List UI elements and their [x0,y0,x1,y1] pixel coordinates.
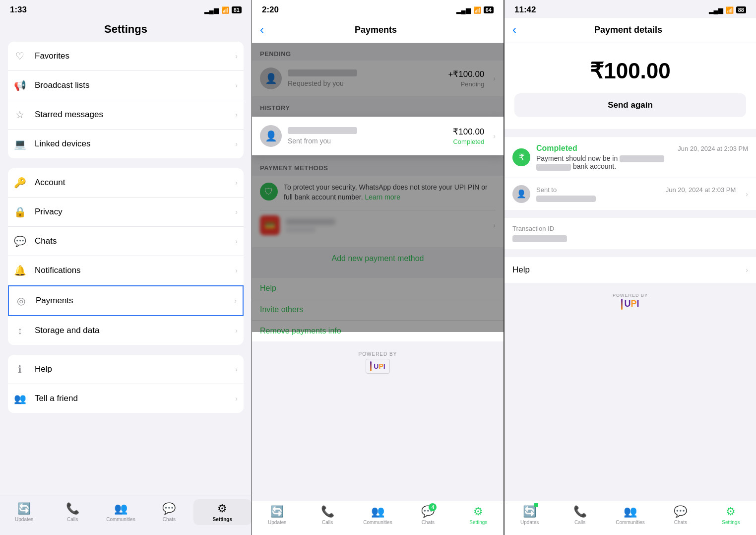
upi-footer-3: POWERED BY UPI [504,283,756,317]
settings-header: Settings [0,18,252,42]
pm-method-icon: 💳 [260,215,280,235]
status-card: ₹ Completed Jun 20, 2024 at 2:03 PM Paym… [504,137,756,210]
nav-calls[interactable]: 📞 Calls [48,502,96,522]
settings-item-favorites[interactable]: ♡ Favorites › [8,42,244,71]
calls-icon: 📞 [66,502,79,515]
settings-item-linked[interactable]: 💻 Linked devices › [8,130,244,158]
nav-settings-2[interactable]: ⚙ Settings [453,505,504,525]
settings-item-privacy[interactable]: 🔒 Privacy › [8,198,244,227]
wifi-icon: 📶 [221,6,229,14]
history-amount: ₹100.00 Completed [453,127,484,145]
settings-item-chats[interactable]: 💬 Chats › [8,227,244,256]
chevron-icon: › [235,111,238,119]
remove-link[interactable]: Remove payments info [252,320,504,341]
completed-date: Jun 20, 2024 at 2:03 PM [678,145,748,152]
upi-stripe-3 [621,299,623,310]
nav-communities[interactable]: 👥 Communities [97,502,145,522]
chevron-icon: › [234,297,237,305]
sent-to-date: Jun 20, 2024 at 2:03 PM [666,186,736,194]
back-button-3[interactable]: ‹ [512,23,516,37]
back-button-2[interactable]: ‹ [260,23,264,37]
settings-list: ♡ Favorites › 📢 Broadcast lists › ☆ Star… [0,42,252,495]
learn-more-link[interactable]: Learn more [365,193,400,201]
nav-settings-3[interactable]: ⚙ Settings [706,505,756,525]
updates-icon: 🔄 [17,502,31,515]
history-status: Completed [453,138,484,145]
tell-icon: 👥 [12,391,28,406]
calls-icon-3: 📞 [573,505,587,518]
nav-settings[interactable]: ⚙ Settings [193,499,252,525]
favorites-label: Favorites [35,51,235,61]
nav-updates-2[interactable]: 🔄 Updates [252,505,302,525]
status-bar-3: 11:42 ▂▄▆ 📶 88 [504,0,756,18]
settings-nav-icon-3: ⚙ [726,505,736,518]
sent-to-label: Sent to [536,186,557,194]
upi-powered-label: POWERED BY [260,351,496,357]
chevron-icon: › [235,81,238,89]
history-info: Sent from you [288,127,447,145]
nav-updates[interactable]: 🔄 Updates [0,502,48,522]
settings-item-help[interactable]: ℹ Help › [8,355,244,384]
status-icons-3: ▂▄▆ 📶 88 [709,6,746,14]
upi-logo-text-3: UPI [624,299,639,309]
payment-desc: Payment should now be in bank account. [536,154,748,171]
settings-group-3: ℹ Help › 👥 Tell a friend › [8,355,244,413]
storage-label: Storage and data [35,326,235,335]
chats-nav-label-2: Chats [422,520,435,525]
nav-updates-3[interactable]: 🔄 Updates [504,505,555,525]
nav-communities-2[interactable]: 👥 Communities [353,505,403,525]
pm-chevron: › [493,221,496,229]
status-bar-1: 1:33 ▂▄▆ 📶 81 [0,0,252,18]
nav-chats[interactable]: 💬 Chats [145,502,193,522]
communities-icon-3: 👥 [624,505,637,518]
pm-method-sub [286,227,315,232]
invite-link[interactable]: Invite others [252,299,504,320]
history-payment-card[interactable]: 👤 Sent from you ₹100.00 Completed › [252,117,504,155]
privacy-icon: 🔒 [12,204,28,220]
chats-icon-wrap: 💬 4 [421,505,435,518]
history-chevron: › [493,132,496,140]
updates-label: Updates [15,517,33,522]
chats-nav-icon-3: 💬 [674,505,687,518]
sent-to-row[interactable]: 👤 Sent to Jun 20, 2024 at 2:03 PM › [504,178,756,210]
add-payment-button[interactable]: Add new payment method [252,247,504,270]
help-link[interactable]: Help [252,278,504,299]
nav-calls-2[interactable]: 📞 Calls [302,505,352,525]
pm-method-row[interactable]: 💳 › [260,210,496,240]
help-row[interactable]: Help › [504,257,756,283]
shield-icon: 🛡 [260,183,278,201]
updates-label-2: Updates [268,520,286,525]
settings-item-storage[interactable]: ↕ Storage and data › [8,316,244,345]
wifi-icon-2: 📶 [473,6,481,14]
history-name-bar [288,127,357,134]
send-again-button[interactable]: Send again [514,93,746,117]
payments-label: Payments [36,296,234,306]
details-title: Payment details [520,25,736,35]
help-row-label: Help [512,265,746,275]
chats-nav-label: Chats [163,517,176,522]
settings-item-account[interactable]: 🔑 Account › [8,168,244,198]
settings-item-starred[interactable]: ☆ Starred messages › [8,100,244,130]
upi-logo-2: UPI [366,359,389,374]
settings-item-payments[interactable]: ◎ Payments › [8,285,244,316]
nav-calls-3[interactable]: 📞 Calls [555,505,605,525]
notifications-label: Notifications [35,266,235,275]
nav-chats-2[interactable]: 💬 4 Chats [403,505,453,525]
bottom-nav-1: 🔄 Updates 📞 Calls 👥 Communities 💬 Chats … [0,495,252,535]
settings-nav-label-3: Settings [722,520,740,525]
settings-item-broadcast[interactable]: 📢 Broadcast lists › [8,71,244,100]
phone-payments: 2:20 ▂▄▆ 📶 64 ‹ Payments PENDING 👤 Reque… [252,0,504,535]
nav-communities-3[interactable]: 👥 Communities [605,505,655,525]
devices-icon: 💻 [12,136,28,152]
amount-big: ₹100.00 [514,58,746,83]
chevron-icon: › [235,52,238,60]
chats-nav-icon: 💬 [162,502,176,515]
calls-label-3: Calls [574,520,585,525]
nav-chats-3[interactable]: 💬 Chats [655,505,705,525]
pending-chevron: › [493,74,496,82]
settings-item-tell[interactable]: 👥 Tell a friend › [8,384,244,413]
pending-payment-card[interactable]: 👤 Requested by you +₹100.00 Pending › [252,61,504,96]
settings-item-notifications[interactable]: 🔔 Notifications › [8,256,244,285]
payments-title: Payments [268,25,484,35]
pending-section-label: PENDING [252,43,504,61]
